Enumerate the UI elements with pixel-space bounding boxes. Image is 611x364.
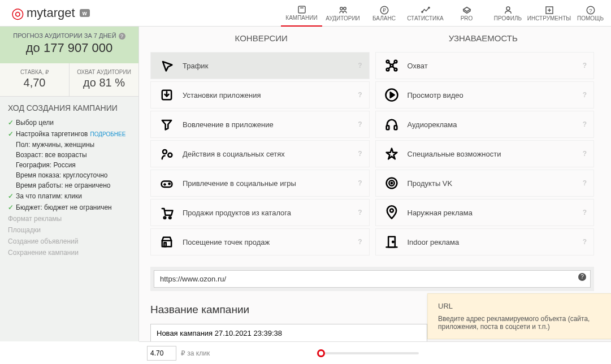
svg-marker-36 xyxy=(390,92,394,97)
nav-профиль[interactable]: ПРОФИЛЬ xyxy=(487,0,528,27)
help-icon[interactable]: ? xyxy=(583,62,587,70)
content: КОНВЕРСИИ УЗНАВАЕМОСТЬ Трафик?Установки … xyxy=(139,27,611,341)
goal-play[interactable]: Просмотр видео? xyxy=(375,81,595,109)
progress-title: ХОД СОЗДАНИЯ КАМПАНИИ xyxy=(8,103,131,112)
help-icon[interactable]: ? xyxy=(358,179,362,187)
goal-social[interactable]: Действия в социальных сетях? xyxy=(150,140,370,167)
goals-header-right: УЗНАВАЕМОСТЬ xyxy=(372,27,595,52)
forecast-box: ПРОГНОЗ АУДИТОРИИ ЗА 7 ДНЕЙ? до 177 907 … xyxy=(0,27,138,63)
progress-step[interactable]: Сохранение кампании xyxy=(8,247,131,258)
bottom-bar: ₽ за клик xyxy=(139,341,611,364)
logo-text-a: my xyxy=(27,6,43,20)
nav-кампании[interactable]: КАМПАНИИ xyxy=(281,0,322,27)
topnav: КАМПАНИИАУДИТОРИИ₽БАЛАНССТАТИСТИКАPROПРО… xyxy=(281,0,611,27)
funnel-icon xyxy=(157,116,177,132)
goal-gamepad[interactable]: Привлечение в социальные игры? xyxy=(150,170,370,197)
progress-step[interactable]: Создание объявлений xyxy=(8,236,131,247)
url-tooltip: URL Введите адрес рекламируемого объекта… xyxy=(427,293,611,339)
svg-point-45 xyxy=(392,241,393,242)
goal-cart[interactable]: Продажи продуктов из каталога? xyxy=(150,199,370,226)
download-icon xyxy=(157,87,177,103)
svg-point-23 xyxy=(169,217,171,219)
header: ◎ mytarget w КАМПАНИИАУДИТОРИИ₽БАЛАНССТА… xyxy=(0,0,611,27)
progress-sub: Время работы: не ограничено xyxy=(8,180,131,190)
nav-помощь[interactable]: ?ПОМОЩЬ xyxy=(570,0,611,27)
sidebar: ПРОГНОЗ АУДИТОРИИ ЗА 7 ДНЕЙ? до 177 907 … xyxy=(0,27,139,341)
goal-headphones[interactable]: Аудиореклама? xyxy=(375,111,595,138)
goal-network[interactable]: Охват? xyxy=(375,52,595,79)
help-icon[interactable]: ? xyxy=(583,91,587,99)
help-icon[interactable]: ? xyxy=(358,150,362,158)
help-icon[interactable]: ? xyxy=(358,209,362,216)
nav-аудитории[interactable]: АУДИТОРИИ xyxy=(322,0,363,27)
help-icon[interactable]: ? xyxy=(358,120,362,128)
help-icon[interactable]: ? xyxy=(578,273,586,281)
bid-slider[interactable] xyxy=(317,352,419,354)
help-icon[interactable]: ? xyxy=(358,91,362,99)
forecast-label: ПРОГНОЗ АУДИТОРИИ ЗА 7 ДНЕЙ? xyxy=(0,32,138,40)
svg-point-2 xyxy=(340,7,343,10)
pin-icon xyxy=(382,205,402,220)
svg-line-31 xyxy=(389,63,390,64)
nav-инструменты[interactable]: ИНСТРУМЕНТЫ xyxy=(528,0,570,27)
door-icon xyxy=(382,234,402,250)
social-icon xyxy=(157,146,177,162)
help-icon[interactable]: ? xyxy=(358,238,362,246)
progress-step[interactable]: За что платим: клики xyxy=(8,190,131,202)
nav-pro[interactable]: PRO xyxy=(446,0,487,27)
logo[interactable]: ◎ mytarget w xyxy=(0,5,203,22)
goal-funnel[interactable]: Вовлечение в приложение? xyxy=(150,111,370,138)
svg-point-16 xyxy=(163,150,167,154)
star-icon xyxy=(382,146,402,162)
url-input[interactable] xyxy=(154,270,591,288)
svg-point-8 xyxy=(506,7,510,10)
goal-target[interactable]: Продукты VK? xyxy=(375,170,595,197)
progress-sub: Возраст: все возрасты xyxy=(8,150,131,160)
goal-pin[interactable]: Наружная реклама? xyxy=(375,199,595,226)
svg-text:₽: ₽ xyxy=(383,7,386,13)
help-icon[interactable]: ? xyxy=(583,150,587,158)
gamepad-icon xyxy=(157,175,177,191)
nav-статистика[interactable]: СТАТИСТИКА xyxy=(405,0,446,27)
forecast-value: до 177 907 000 xyxy=(0,41,138,55)
svg-point-42 xyxy=(391,183,392,184)
goal-star[interactable]: Специальные возможности? xyxy=(375,140,595,167)
progress-step[interactable]: Формат рекламы xyxy=(8,213,131,224)
target-icon xyxy=(382,175,402,191)
store-icon xyxy=(157,234,177,250)
progress-step[interactable]: Площадки xyxy=(8,224,131,236)
goal-door[interactable]: Indoor реклама? xyxy=(375,228,595,255)
help-icon[interactable]: ? xyxy=(358,62,362,70)
play-icon xyxy=(382,87,402,103)
bid-box: СТАВКА, ₽ 4,70 xyxy=(0,63,70,96)
svg-line-32 xyxy=(393,63,394,64)
logo-icon: ◎ xyxy=(11,5,24,22)
reach-box: ОХВАТ АУДИТОРИИ до 81 % xyxy=(70,63,138,96)
campaign-name-input[interactable] xyxy=(150,324,427,341)
bid-unit: ₽ за клик xyxy=(181,349,210,357)
nav-баланс[interactable]: ₽БАЛАНС xyxy=(363,0,405,27)
goals-header-left: КОНВЕРСИИ xyxy=(150,27,372,52)
svg-marker-39 xyxy=(386,149,397,159)
progress-step[interactable]: Настройка таргетинговПОДРОБНЕЕ xyxy=(8,128,131,140)
slider-knob[interactable] xyxy=(317,349,325,357)
progress-section: ХОД СОЗДАНИЯ КАМПАНИИ Выбор целиНастройк… xyxy=(0,97,138,265)
svg-text:?: ? xyxy=(589,7,592,13)
stats-row: СТАВКА, ₽ 4,70 ОХВАТ АУДИТОРИИ до 81 % xyxy=(0,63,138,97)
goal-download[interactable]: Установки приложения? xyxy=(150,81,370,109)
help-icon[interactable]: ? xyxy=(583,209,587,216)
svg-rect-0 xyxy=(298,6,305,13)
svg-line-34 xyxy=(393,67,394,68)
help-icon[interactable]: ? xyxy=(583,120,587,128)
progress-sub: Пол: мужчины, женщины xyxy=(8,140,131,150)
bid-input[interactable] xyxy=(147,346,176,361)
svg-rect-37 xyxy=(386,125,389,129)
goal-cursor[interactable]: Трафик? xyxy=(150,52,370,79)
progress-step[interactable]: Выбор цели xyxy=(8,117,131,128)
help-icon[interactable]: ? xyxy=(583,179,587,187)
progress-step[interactable]: Бюджет: бюджет не ограничен xyxy=(8,202,131,213)
logo-text-b: target xyxy=(43,6,75,20)
help-icon[interactable]: ? xyxy=(583,238,587,246)
goal-store[interactable]: Посещение точек продаж? xyxy=(150,228,370,255)
network-icon xyxy=(382,58,402,73)
